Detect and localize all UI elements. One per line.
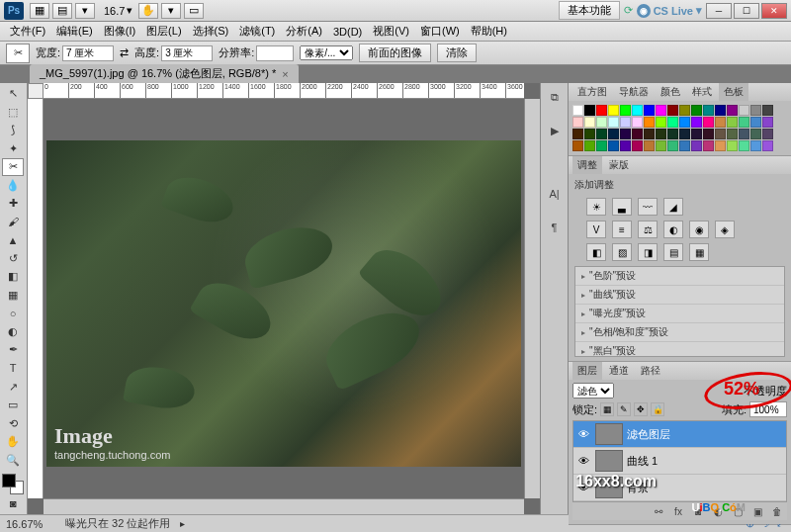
swatch[interactable] — [715, 105, 726, 116]
zoom-tool[interactable]: 🔍 — [2, 451, 24, 469]
swatch[interactable] — [656, 117, 666, 128]
close-button[interactable]: ✕ — [761, 3, 787, 19]
exposure-icon[interactable]: ◢ — [663, 198, 683, 216]
clear-button[interactable]: 清除 — [437, 44, 477, 62]
tab-masks[interactable]: 蒙版 — [604, 156, 634, 174]
workspace-switcher[interactable]: 基本功能 — [559, 1, 620, 20]
swatch[interactable] — [727, 140, 738, 151]
zoom-dropdown[interactable]: 16.7▾ — [104, 4, 132, 17]
stamp-tool[interactable]: ▲ — [2, 231, 24, 249]
ruler-vertical[interactable] — [28, 99, 44, 498]
swatch[interactable] — [584, 129, 595, 139]
quick-select-tool[interactable]: ✦ — [2, 140, 24, 158]
preset-item[interactable]: "曲线"预设 — [575, 286, 784, 305]
swatch[interactable] — [644, 105, 655, 116]
swatch[interactable] — [739, 117, 749, 128]
selective-color-icon[interactable]: ▦ — [689, 243, 709, 261]
swatch[interactable] — [608, 105, 619, 116]
scrollbar-vertical[interactable] — [524, 99, 540, 498]
swatch[interactable] — [679, 117, 690, 128]
arrange-icon[interactable]: ▾ — [161, 3, 181, 19]
swatch[interactable] — [584, 105, 595, 116]
swatch[interactable] — [739, 105, 749, 116]
swatch[interactable] — [691, 129, 702, 139]
new-layer-icon[interactable]: ▣ — [749, 504, 765, 518]
brush-tool[interactable]: 🖌 — [2, 214, 24, 231]
swatch[interactable] — [656, 105, 666, 116]
swatch[interactable] — [739, 140, 749, 151]
move-tool[interactable]: ↖ — [2, 85, 24, 103]
maximize-button[interactable]: ☐ — [734, 3, 759, 19]
swatch[interactable] — [667, 129, 678, 139]
cslive-button[interactable]: ◉CS Live▾ — [637, 4, 702, 18]
layer-row[interactable]: 👁曲线 1 — [573, 448, 786, 475]
swatch[interactable] — [739, 129, 749, 139]
swatch[interactable] — [727, 105, 738, 116]
healing-tool[interactable]: ✚ — [2, 195, 24, 213]
swatch[interactable] — [691, 105, 702, 116]
delete-layer-icon[interactable]: 🗑 — [769, 504, 785, 518]
swatch[interactable] — [644, 117, 655, 128]
swatch[interactable] — [632, 105, 643, 116]
swatch[interactable] — [667, 117, 678, 128]
hand-tool[interactable]: ✋ — [2, 433, 24, 451]
swatch[interactable] — [703, 117, 714, 128]
swatch[interactable] — [572, 105, 583, 116]
swatch[interactable] — [656, 140, 666, 151]
swatch[interactable] — [679, 140, 690, 151]
swatch[interactable] — [632, 140, 643, 151]
menu-help[interactable]: 帮助(H) — [467, 22, 511, 41]
history-brush-tool[interactable]: ↺ — [2, 250, 24, 268]
history-panel-icon[interactable]: ⧉ — [544, 87, 566, 107]
preset-item[interactable]: "色阶"预设 — [575, 267, 784, 286]
menu-window[interactable]: 窗口(W) — [416, 22, 464, 41]
close-tab-icon[interactable]: × — [282, 68, 288, 80]
menu-filter[interactable]: 滤镜(T) — [235, 22, 279, 41]
visibility-icon[interactable]: 👁 — [575, 453, 591, 469]
width-input[interactable] — [62, 45, 114, 61]
crop-tool-indicator[interactable]: ✂ — [6, 44, 30, 63]
view-extras-icon[interactable]: ▾ — [75, 3, 95, 19]
photo-filter-icon[interactable]: ◉ — [689, 221, 709, 238]
bw-icon[interactable]: ◐ — [663, 221, 683, 238]
paragraph-panel-icon[interactable]: ¶ — [544, 218, 566, 237]
swatch[interactable] — [691, 117, 702, 128]
tab-navigator[interactable]: 导航器 — [614, 83, 654, 101]
preset-item[interactable]: "色相/饱和度"预设 — [575, 323, 784, 342]
swatch[interactable] — [632, 117, 643, 128]
swatch[interactable] — [750, 129, 761, 139]
hand-icon[interactable]: ✋ — [138, 3, 158, 19]
mini-bridge-icon[interactable]: ▤ — [52, 3, 72, 19]
screen-mode-icon[interactable]: ▭ — [184, 3, 204, 19]
path-tool[interactable]: ↗ — [2, 378, 24, 396]
shape-tool[interactable]: ▭ — [2, 397, 24, 414]
swatch[interactable] — [596, 140, 607, 151]
front-image-button[interactable]: 前面的图像 — [359, 44, 431, 62]
lasso-tool[interactable]: ⟆ — [2, 122, 24, 139]
lock-all-icon[interactable]: 🔒 — [651, 402, 664, 416]
invert-icon[interactable]: ◧ — [586, 243, 606, 261]
gradient-map-icon[interactable]: ▤ — [663, 243, 683, 261]
pen-tool[interactable]: ✒ — [2, 341, 24, 359]
swatch[interactable] — [608, 117, 619, 128]
resolution-unit[interactable]: 像素/... — [300, 45, 353, 60]
preset-item[interactable]: "黑白"预设 — [575, 342, 784, 357]
swatch[interactable] — [620, 129, 631, 139]
tab-styles[interactable]: 样式 — [687, 83, 717, 101]
color-swatches[interactable] — [2, 474, 24, 494]
lock-transparent-icon[interactable]: ▦ — [600, 402, 614, 416]
menu-view[interactable]: 视图(V) — [369, 22, 413, 41]
swatch[interactable] — [703, 129, 714, 139]
swatch[interactable] — [632, 129, 643, 139]
swatch[interactable] — [667, 140, 678, 151]
swatch[interactable] — [727, 117, 738, 128]
swatch[interactable] — [620, 117, 631, 128]
resolution-input[interactable] — [256, 45, 294, 61]
swap-icon[interactable]: ⇄ — [120, 46, 129, 59]
document-image[interactable]: Image tangcheng.tuchong.com — [46, 140, 521, 467]
swatch[interactable] — [703, 140, 714, 151]
blend-mode-select[interactable]: 滤色 — [572, 383, 614, 399]
curves-icon[interactable]: 〰 — [638, 198, 658, 216]
swatch[interactable] — [572, 117, 583, 128]
swatch[interactable] — [750, 117, 761, 128]
